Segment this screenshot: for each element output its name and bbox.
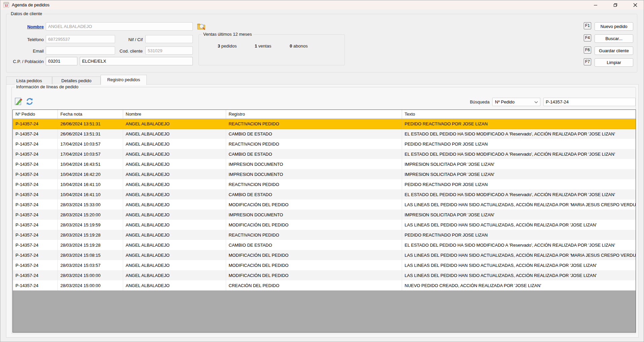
cell-nombre: ANGEL ALBALADEJO bbox=[123, 129, 226, 139]
cell-registro: MODIFICACIÓN DEL PEDIDO bbox=[226, 260, 402, 270]
cod-cliente-field[interactable] bbox=[145, 46, 193, 55]
nif-field[interactable] bbox=[145, 35, 193, 43]
cell-nombre: ANGEL ALBALADEJO bbox=[123, 280, 226, 290]
stat-pedidos-value: 3 bbox=[218, 43, 220, 49]
table-row[interactable]: P-14357-2428/03/2024 15:00:00ANGEL ALBAL… bbox=[13, 270, 636, 280]
column-header-registro[interactable]: Registro bbox=[226, 110, 402, 119]
table-row[interactable]: P-14357-2428/03/2024 15:19:28ANGEL ALBAL… bbox=[13, 240, 636, 250]
table-row[interactable]: P-14357-2410/04/2024 16:43:51ANGEL ALBAL… bbox=[13, 159, 636, 169]
cell-fecha-nota: 28/03/2024 15:19:28 bbox=[58, 230, 123, 240]
table-row[interactable]: P-14357-2428/03/2024 15:20:00ANGEL ALBAL… bbox=[13, 210, 636, 220]
table-row[interactable]: P-14357-2417/04/2024 10:03:57ANGEL ALBAL… bbox=[13, 149, 636, 159]
cell-texto: PEDIDO REACTIVADO POR JOSE LIZAN bbox=[402, 139, 636, 149]
cod-cliente-label: Cod. cliente bbox=[107, 49, 143, 54]
refresh-button[interactable] bbox=[25, 97, 34, 106]
cell-texto: LAS LINEAS DEL PEDIDO HAN SIDO ACTUALIZA… bbox=[402, 220, 636, 230]
table-row[interactable]: P-14357-2428/03/2024 15:00:00ANGEL ALBAL… bbox=[13, 280, 636, 290]
telefono-field[interactable] bbox=[46, 35, 115, 43]
table-row[interactable]: P-14357-2410/04/2024 16:42:20ANGEL ALBAL… bbox=[13, 169, 636, 179]
nuevo-pedido-button[interactable]: Nuevo pedido bbox=[595, 22, 633, 31]
column-header-texto[interactable]: Texto bbox=[402, 110, 636, 119]
cell-registro: IMPRESION DOCUMENTO bbox=[226, 169, 402, 179]
cell-no-pedido: P-14357-24 bbox=[13, 220, 58, 230]
cell-registro: MODIFICACIÓN DEL PEDIDO bbox=[226, 270, 402, 280]
cell-fecha-nota: 10/04/2024 16:43:51 bbox=[58, 159, 123, 169]
table-row[interactable]: P-14357-2417/04/2024 10:03:57ANGEL ALBAL… bbox=[13, 139, 636, 149]
chevron-down-icon bbox=[534, 101, 538, 103]
tab-lista-pedidos[interactable]: Lista pedidos bbox=[6, 76, 52, 85]
ventas-group-title: Ventas últimos 12 meses bbox=[202, 32, 253, 37]
stat-ventas-label: ventas bbox=[258, 43, 271, 49]
cell-registro: MODIFICACIÓN DEL PEDIDO bbox=[226, 199, 402, 210]
limpiar-button[interactable]: Limpiar bbox=[595, 58, 633, 67]
cell-nombre: ANGEL ALBALADEJO bbox=[123, 199, 226, 210]
close-button[interactable] bbox=[628, 0, 643, 9]
cell-fecha-nota: 28/03/2024 15:19:59 bbox=[58, 220, 123, 230]
cell-texto: PEDIDO REACTIVADO POR JOSE LIZAN bbox=[402, 119, 636, 129]
cell-fecha-nota: 10/04/2024 16:41:10 bbox=[58, 189, 123, 199]
cell-nombre: ANGEL ALBALADEJO bbox=[123, 139, 226, 149]
folder-search-button[interactable] bbox=[196, 22, 206, 31]
cell-registro: MODIFICACIÓN DEL PEDIDO bbox=[226, 250, 402, 260]
cell-texto: IMPRESION SOLICITADA POR 'JOSE LIZAN' bbox=[402, 159, 636, 169]
cell-texto: LAS LINEAS DEL PEDIDO HAN SIDO ACTUALIZA… bbox=[402, 199, 636, 210]
table-row[interactable]: P-14357-2426/06/2024 13:51:31ANGEL ALBAL… bbox=[13, 129, 636, 139]
cell-nombre: ANGEL ALBALADEJO bbox=[123, 230, 226, 240]
search-query-input[interactable] bbox=[543, 98, 636, 106]
client-data-group: Datos de cliente Nombre Teléfono Nif / C… bbox=[6, 14, 637, 72]
cell-no-pedido: P-14357-24 bbox=[13, 149, 58, 159]
table-row[interactable]: P-14357-2428/03/2024 15:33:00ANGEL ALBAL… bbox=[13, 199, 636, 210]
buscar-button[interactable]: Buscar... bbox=[595, 34, 633, 43]
nombre-link-label[interactable]: Nombre bbox=[10, 24, 44, 29]
fkey-f7: F7 bbox=[584, 58, 591, 65]
cp-field[interactable] bbox=[46, 57, 77, 65]
tab-registro-pedidos[interactable]: Registro pedidos bbox=[101, 75, 147, 85]
stat-abonos: 0 abonos bbox=[290, 43, 308, 49]
cell-texto: LAS LINEAS DEL PEDIDO HAN SIDO ACTUALIZA… bbox=[402, 250, 636, 260]
table-row[interactable]: P-14357-2428/03/2024 15:19:59ANGEL ALBAL… bbox=[13, 220, 636, 230]
table-row[interactable]: P-14357-2428/03/2024 15:03:57ANGEL ALBAL… bbox=[13, 260, 636, 270]
cell-fecha-nota: 28/03/2024 15:00:00 bbox=[58, 270, 123, 280]
cell-texto: EL ESTADO DEL PEDIDO HA SIDO MODIFICADO … bbox=[402, 240, 636, 250]
column-header-nombre[interactable]: Nombre bbox=[123, 110, 226, 119]
column-header-no-pedido[interactable]: Nº Pedido bbox=[13, 110, 58, 119]
edit-record-button[interactable] bbox=[14, 97, 23, 106]
window-title: Agenda de pedidos bbox=[12, 2, 49, 7]
cell-nombre: ANGEL ALBALADEJO bbox=[123, 149, 226, 159]
cell-registro: CAMBIO DE ESTADO bbox=[226, 129, 402, 139]
table-row[interactable]: P-14357-2410/04/2024 16:41:10ANGEL ALBAL… bbox=[13, 179, 636, 189]
client-group-title: Datos de cliente bbox=[9, 11, 43, 16]
column-header-fecha-nota[interactable]: Fecha nota bbox=[58, 110, 123, 119]
calendar-icon: 12 bbox=[3, 2, 9, 8]
cell-registro: REACTIVACION PEDIDO bbox=[226, 119, 402, 129]
ventas-group: Ventas últimos 12 meses 3 pedidos 1 vent… bbox=[199, 34, 345, 65]
table-row[interactable]: P-14357-2426/06/2024 13:51:31ANGEL ALBAL… bbox=[13, 119, 636, 129]
cell-no-pedido: P-14357-24 bbox=[13, 199, 58, 210]
cell-nombre: ANGEL ALBALADEJO bbox=[123, 220, 226, 230]
title-bar: 12 Agenda de pedidos bbox=[0, 0, 644, 9]
nif-label: Nif / Cif bbox=[107, 37, 143, 42]
cell-registro: REACTIVACION PEDIDO bbox=[226, 139, 402, 149]
email-field[interactable] bbox=[46, 46, 115, 55]
poblacion-field[interactable] bbox=[80, 57, 193, 65]
fkey-f6: F6 bbox=[584, 46, 591, 54]
nombre-field[interactable] bbox=[46, 22, 193, 31]
search-filter-value: Nº Pedido bbox=[495, 99, 514, 104]
cell-nombre: ANGEL ALBALADEJO bbox=[123, 119, 226, 129]
cell-texto: EL ESTADO DEL PEDIDO HA SIDO MODIFICADO … bbox=[402, 149, 636, 159]
table-row[interactable]: P-14357-2428/03/2024 15:08:15ANGEL ALBAL… bbox=[13, 250, 636, 260]
search-filter-select[interactable]: Nº Pedido bbox=[492, 98, 540, 106]
cell-no-pedido: P-14357-24 bbox=[13, 250, 58, 260]
restore-button[interactable] bbox=[608, 0, 623, 9]
restore-icon bbox=[613, 3, 617, 7]
guardar-cliente-button[interactable]: Guardar cliente bbox=[595, 46, 633, 55]
cell-texto: IMPRESION SOLICITADA POR 'JOSE LIZAN' bbox=[402, 169, 636, 179]
tab-detalles-pedido[interactable]: Detalles pedido bbox=[52, 76, 101, 85]
minimize-button[interactable] bbox=[588, 0, 603, 9]
table-row[interactable]: P-14357-2428/03/2024 15:19:28ANGEL ALBAL… bbox=[13, 230, 636, 240]
cell-texto: PEDIDO REACTIVADO POR JOSE LIZAN bbox=[402, 230, 636, 240]
table-row[interactable]: P-14357-2410/04/2024 16:41:10ANGEL ALBAL… bbox=[13, 189, 636, 199]
minimize-icon bbox=[594, 3, 598, 7]
telefono-label: Teléfono bbox=[10, 37, 44, 42]
cell-registro: CAMBIO DE ESTADO bbox=[226, 149, 402, 159]
